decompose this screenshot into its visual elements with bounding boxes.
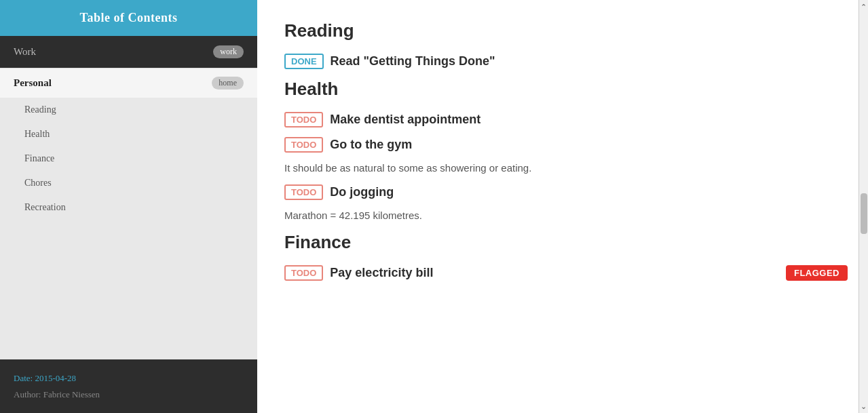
sidebar-date: Date: 2015-04-28: [14, 370, 244, 386]
task-note: Marathon = 42.195 kilometres.: [284, 210, 848, 221]
section-title-reading: Reading: [284, 20, 848, 41]
task-text: Read "Getting Things Done": [331, 54, 495, 68]
sidebar-personal-label: Personal: [14, 77, 52, 89]
task-row: DONE Read "Getting Things Done": [284, 54, 848, 69]
flagged-badge: FLAGGED: [786, 265, 848, 281]
sidebar-subitem-chores[interactable]: Chores: [0, 171, 257, 195]
scroll-thumb[interactable]: [861, 193, 867, 234]
scroll-up-arrow[interactable]: ⌃: [860, 3, 868, 11]
task-row: TODO Go to the gym: [284, 137, 848, 153]
main-content: Reading DONE Read "Getting Things Done" …: [257, 0, 868, 304]
task-text: Do jogging: [330, 185, 394, 199]
sidebar-header: Table of Contents: [0, 0, 257, 36]
sidebar-author: Author: Fabrice Niessen: [14, 387, 244, 402]
sidebar-item-work[interactable]: Work work: [0, 36, 257, 68]
scroll-down-arrow[interactable]: ⌄: [860, 402, 868, 410]
section-title-finance: Finance: [284, 232, 848, 253]
date-label: Date:: [14, 373, 33, 383]
sidebar-footer: Date: 2015-04-28 Author: Fabrice Niessen: [0, 359, 257, 413]
todo-badge: TODO: [284, 265, 323, 281]
todo-badge: TODO: [284, 112, 323, 127]
sidebar: Table of Contents Work work Personal hom…: [0, 0, 257, 413]
scrollbar[interactable]: ⌃ ⌄: [858, 0, 868, 413]
task-row: TODO Make dentist appointment: [284, 112, 848, 127]
task-text: Go to the gym: [330, 138, 412, 152]
done-badge: DONE: [284, 54, 324, 69]
sidebar-title: Table of Contents: [80, 11, 178, 24]
sidebar-subitem-finance[interactable]: Finance: [0, 146, 257, 171]
task-note: It should be as natural to some as showe…: [284, 162, 848, 174]
sidebar-subitem-health[interactable]: Health: [0, 122, 257, 146]
sidebar-work-label: Work: [14, 46, 36, 58]
task-row: TODO Pay electricity bill FLAGGED: [284, 265, 848, 281]
todo-badge: TODO: [284, 137, 323, 153]
work-badge: work: [213, 45, 244, 58]
section-title-health: Health: [284, 79, 848, 100]
task-text: Make dentist appointment: [330, 113, 480, 127]
todo-badge: TODO: [284, 184, 323, 200]
sidebar-item-personal[interactable]: Personal home: [0, 68, 257, 98]
home-badge: home: [212, 77, 244, 90]
sidebar-subitem-recreation[interactable]: Recreation: [0, 195, 257, 220]
task-text: Pay electricity bill: [330, 266, 433, 280]
task-row: TODO Do jogging: [284, 184, 848, 200]
date-value: 2015-04-28: [35, 373, 76, 383]
sidebar-subitems: Reading Health Finance Chores Recreation: [0, 98, 257, 359]
sidebar-subitem-reading[interactable]: Reading: [0, 98, 257, 122]
